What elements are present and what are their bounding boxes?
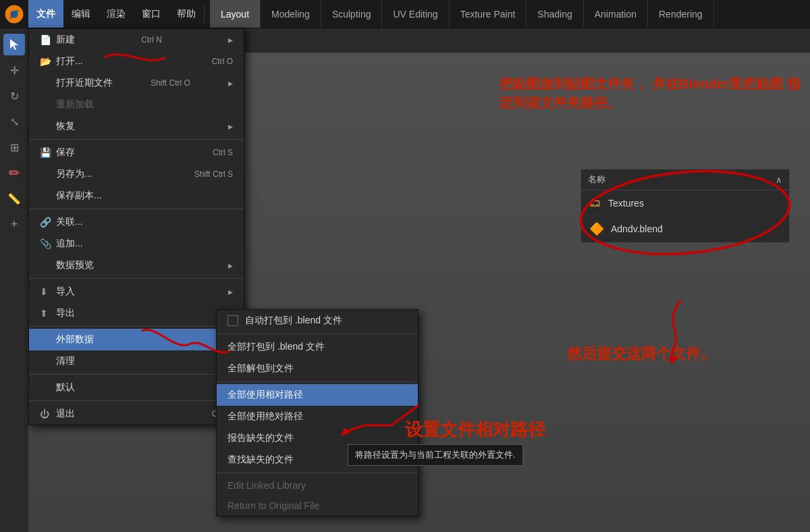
file-item-blend[interactable]: 🔶 Adndv.blend bbox=[581, 216, 789, 242]
quit-label: 退出 bbox=[56, 408, 75, 420]
submenu-make-absolute[interactable]: 全部使用绝对路径 bbox=[217, 406, 418, 427]
return-original-label: Return to Original File bbox=[227, 500, 319, 511]
menu-save-copy[interactable]: 保存副本... bbox=[29, 185, 244, 207]
file-item-textures[interactable]: 🗂 Textures bbox=[581, 190, 789, 216]
sidebar-icon-annotate[interactable]: ✏ bbox=[3, 162, 25, 184]
import-icon: ⬇ bbox=[40, 286, 56, 297]
menu-link[interactable]: 🔗 关联... bbox=[29, 211, 244, 233]
menu-save-as[interactable]: 另存为... Shift Ctrl S bbox=[29, 163, 244, 185]
file-panel-body: 🗂 Textures 🔶 Adndv.blend bbox=[581, 190, 789, 242]
save-icon: 💾 bbox=[40, 147, 56, 158]
blend-file-icon: 🔶 bbox=[589, 221, 604, 236]
sidebar-icon-rotate[interactable]: ↻ bbox=[3, 85, 25, 107]
open-recent-label: 打开近期文件 bbox=[56, 77, 113, 89]
edit-menu[interactable]: 编辑 bbox=[63, 0, 99, 28]
render-menu[interactable]: 渲染 bbox=[99, 0, 134, 28]
link-label: 关联... bbox=[56, 216, 83, 228]
unpack-all-label: 全部解包到文件 bbox=[227, 363, 294, 375]
tab-layout[interactable]: Layout bbox=[210, 0, 261, 28]
menu-data-preview[interactable]: 数据预览 ▸ bbox=[29, 255, 244, 276]
open-recent-arrow: ▸ bbox=[228, 78, 233, 88]
menu-open-recent[interactable]: 打开近期文件 Shift Ctrl O ▸ bbox=[29, 72, 244, 94]
submenu-auto-pack[interactable]: 自动打包到 .blend 文件 bbox=[217, 310, 418, 331]
sep1 bbox=[29, 139, 244, 140]
new-icon: 📄 bbox=[40, 34, 56, 45]
submenu-edit-linked: Edit Linked Library bbox=[217, 475, 418, 496]
menu-clean[interactable]: 清理 ▸ bbox=[29, 350, 244, 372]
tab-shading[interactable]: Shading bbox=[526, 0, 583, 28]
submenu-unpack-all[interactable]: 全部解包到文件 bbox=[217, 358, 418, 379]
submenu-sep3 bbox=[217, 473, 418, 473]
auto-pack-checkbox[interactable] bbox=[227, 315, 238, 326]
recover-label: 恢复 bbox=[56, 120, 75, 132]
open-label: 打开... bbox=[56, 55, 83, 68]
menu-defaults[interactable]: 默认 ▸ bbox=[29, 377, 244, 398]
menu-revert[interactable]: 重新加载 bbox=[29, 94, 244, 115]
external-data-submenu: 自动打包到 .blend 文件 全部打包到 .blend 文件 全部解包到文件 … bbox=[216, 309, 418, 516]
external-data-label: 外部数据 bbox=[56, 334, 94, 346]
sidebar-icon-transform[interactable]: ⊞ bbox=[3, 136, 25, 158]
left-sidebar: ✛ ↻ ⤡ ⊞ ✏ 📏 + bbox=[0, 28, 28, 532]
workspace-tabs: Layout Modeling Sculpting UV Editing Tex… bbox=[210, 0, 714, 28]
textures-label: Textures bbox=[608, 198, 644, 209]
file-panel-header: 名称 ∧ bbox=[581, 169, 789, 190]
open-recent-shortcut: Shift Ctrl O bbox=[151, 78, 190, 88]
tab-uv-editing[interactable]: UV Editing bbox=[382, 0, 449, 28]
sep6 bbox=[29, 400, 244, 401]
submenu-make-relative[interactable]: 全部使用相对路径 bbox=[217, 384, 418, 406]
auto-pack-label: 自动打包到 .blend 文件 bbox=[245, 315, 342, 327]
new-shortcut: Ctrl N bbox=[141, 35, 162, 45]
submenu-pack-all[interactable]: 全部打包到 .blend 文件 bbox=[217, 336, 418, 358]
new-label: 新建 bbox=[56, 34, 75, 46]
sidebar-icon-move[interactable]: ✛ bbox=[3, 59, 25, 81]
sep4 bbox=[29, 326, 244, 327]
file-panel-title: 名称 bbox=[588, 174, 605, 186]
menu-import[interactable]: ⬇ 导入 ▸ bbox=[29, 281, 244, 302]
blender-logo bbox=[0, 0, 28, 28]
save-copy-label: 保存副本... bbox=[56, 190, 102, 202]
tab-animation[interactable]: Animation bbox=[584, 0, 648, 28]
tab-modeling[interactable]: Modeling bbox=[261, 0, 321, 28]
revert-label: 重新加载 bbox=[56, 99, 94, 111]
menu-open[interactable]: 📂 打开... Ctrl O bbox=[29, 51, 244, 72]
sidebar-icon-measure[interactable]: 📏 bbox=[3, 188, 25, 209]
textures-folder-icon: 🗂 bbox=[589, 196, 601, 210]
save-shortcut: Ctrl S bbox=[213, 148, 233, 157]
data-preview-label: 数据预览 bbox=[56, 259, 94, 271]
edit-linked-label: Edit Linked Library bbox=[227, 480, 306, 491]
file-menu[interactable]: 文件 bbox=[28, 0, 63, 28]
pack-all-label: 全部打包到 .blend 文件 bbox=[227, 341, 325, 353]
menu-new[interactable]: 📄 新建 Ctrl N ▸ bbox=[29, 29, 244, 51]
recover-arrow: ▸ bbox=[228, 121, 233, 132]
tab-texture-paint[interactable]: Texture Paint bbox=[450, 0, 527, 28]
new-arrow: ▸ bbox=[228, 34, 233, 45]
tab-sculpting[interactable]: Sculpting bbox=[321, 0, 383, 28]
menu-external-data[interactable]: 外部数据 ▸ bbox=[29, 329, 244, 350]
clean-label: 清理 bbox=[56, 355, 75, 367]
import-arrow: ▸ bbox=[228, 286, 233, 297]
window-menu[interactable]: 窗口 bbox=[134, 0, 169, 28]
menu-recover[interactable]: 恢复 ▸ bbox=[29, 115, 244, 137]
link-icon: 🔗 bbox=[40, 217, 56, 228]
file-panel: 名称 ∧ 🗂 Textures 🔶 Adndv.blend bbox=[580, 169, 790, 243]
tooltip-box: 将路径设置为与当前工程关联的外置文件. bbox=[348, 444, 523, 466]
tab-separator bbox=[204, 4, 205, 24]
submenu-return-original: Return to Original File bbox=[217, 496, 418, 516]
sidebar-icon-add[interactable]: + bbox=[3, 213, 25, 235]
file-panel-collapse[interactable]: ∧ bbox=[776, 175, 782, 185]
export-icon: ⬆ bbox=[40, 308, 56, 319]
sep3 bbox=[29, 278, 244, 279]
menu-export[interactable]: ⬆ 导出 ▸ bbox=[29, 302, 244, 324]
tab-rendering[interactable]: Rendering bbox=[648, 0, 714, 28]
svg-marker-3 bbox=[10, 39, 18, 50]
report-missing-label: 报告缺失的文件 bbox=[227, 432, 294, 444]
quit-icon: ⏻ bbox=[40, 408, 56, 419]
tooltip-text: 将路径设置为与当前工程关联的外置文件. bbox=[355, 450, 516, 460]
menu-append[interactable]: 📎 追加... bbox=[29, 233, 244, 255]
sidebar-icon-select[interactable] bbox=[3, 34, 25, 55]
help-menu[interactable]: 帮助 bbox=[169, 0, 204, 28]
make-absolute-label: 全部使用绝对路径 bbox=[227, 410, 303, 423]
menu-quit[interactable]: ⏻ 退出 Ctrl Q bbox=[29, 403, 244, 425]
sidebar-icon-scale[interactable]: ⤡ bbox=[3, 111, 25, 132]
menu-save[interactable]: 💾 保存 Ctrl S bbox=[29, 142, 244, 163]
